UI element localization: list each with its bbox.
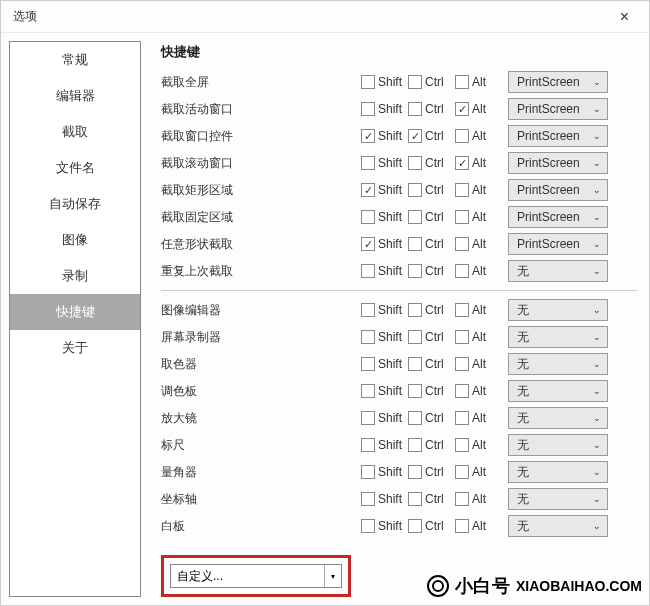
- ctrl-label: Ctrl: [425, 411, 449, 425]
- key-select[interactable]: PrintScreen⌄: [508, 98, 608, 120]
- shift-checkbox[interactable]: [361, 465, 375, 479]
- shift-checkbox[interactable]: [361, 357, 375, 371]
- shift-checkbox[interactable]: [361, 237, 375, 251]
- ctrl-checkbox[interactable]: [408, 210, 422, 224]
- shift-checkbox[interactable]: [361, 210, 375, 224]
- sidebar-item[interactable]: 录制: [10, 258, 140, 294]
- shift-modifier: Shift: [361, 411, 402, 425]
- key-select[interactable]: 无⌄: [508, 353, 608, 375]
- alt-checkbox[interactable]: [455, 330, 469, 344]
- sidebar-item[interactable]: 文件名: [10, 150, 140, 186]
- close-icon[interactable]: ×: [612, 8, 637, 26]
- key-select[interactable]: 无⌄: [508, 260, 608, 282]
- shift-checkbox[interactable]: [361, 75, 375, 89]
- alt-checkbox[interactable]: [455, 210, 469, 224]
- sidebar-item[interactable]: 图像: [10, 222, 140, 258]
- shift-checkbox[interactable]: [361, 411, 375, 425]
- sidebar-item[interactable]: 自动保存: [10, 186, 140, 222]
- shift-checkbox[interactable]: [361, 129, 375, 143]
- custom-highlight-box: 自定义... ▾: [161, 555, 351, 597]
- key-select[interactable]: 无⌄: [508, 299, 608, 321]
- modifier-group: ShiftCtrlAlt: [361, 357, 500, 371]
- ctrl-checkbox[interactable]: [408, 492, 422, 506]
- alt-checkbox[interactable]: [455, 75, 469, 89]
- ctrl-checkbox[interactable]: [408, 438, 422, 452]
- shift-label: Shift: [378, 237, 402, 251]
- ctrl-checkbox[interactable]: [408, 237, 422, 251]
- alt-checkbox[interactable]: [455, 519, 469, 533]
- key-select[interactable]: 无⌄: [508, 407, 608, 429]
- shift-checkbox[interactable]: [361, 183, 375, 197]
- ctrl-label: Ctrl: [425, 264, 449, 278]
- shortcut-row: 标尺ShiftCtrlAlt无⌄: [161, 434, 637, 456]
- alt-label: Alt: [472, 492, 496, 506]
- shift-label: Shift: [378, 264, 402, 278]
- sidebar-item[interactable]: 编辑器: [10, 78, 140, 114]
- key-select[interactable]: PrintScreen⌄: [508, 71, 608, 93]
- key-select[interactable]: 无⌄: [508, 434, 608, 456]
- ctrl-modifier: Ctrl: [408, 303, 449, 317]
- alt-checkbox[interactable]: [455, 264, 469, 278]
- key-select[interactable]: 无⌄: [508, 461, 608, 483]
- alt-label: Alt: [472, 156, 496, 170]
- modifier-group: ShiftCtrlAlt: [361, 465, 500, 479]
- key-select[interactable]: PrintScreen⌄: [508, 179, 608, 201]
- ctrl-checkbox[interactable]: [408, 303, 422, 317]
- ctrl-checkbox[interactable]: [408, 465, 422, 479]
- alt-checkbox[interactable]: [455, 465, 469, 479]
- ctrl-checkbox[interactable]: [408, 411, 422, 425]
- key-select[interactable]: PrintScreen⌄: [508, 233, 608, 255]
- ctrl-checkbox[interactable]: [408, 75, 422, 89]
- alt-checkbox[interactable]: [455, 411, 469, 425]
- alt-checkbox[interactable]: [455, 438, 469, 452]
- sidebar-item[interactable]: 快捷键: [10, 294, 140, 330]
- key-select[interactable]: 无⌄: [508, 515, 608, 537]
- modifier-group: ShiftCtrlAlt: [361, 75, 500, 89]
- shift-checkbox[interactable]: [361, 303, 375, 317]
- ctrl-checkbox[interactable]: [408, 264, 422, 278]
- sidebar-item[interactable]: 常规: [10, 42, 140, 78]
- shift-checkbox[interactable]: [361, 102, 375, 116]
- key-select[interactable]: 无⌄: [508, 326, 608, 348]
- shift-checkbox[interactable]: [361, 492, 375, 506]
- ctrl-checkbox[interactable]: [408, 129, 422, 143]
- key-value: PrintScreen: [517, 75, 580, 89]
- ctrl-checkbox[interactable]: [408, 183, 422, 197]
- alt-checkbox[interactable]: [455, 384, 469, 398]
- key-select[interactable]: 无⌄: [508, 380, 608, 402]
- ctrl-checkbox[interactable]: [408, 102, 422, 116]
- ctrl-label: Ctrl: [425, 237, 449, 251]
- shift-checkbox[interactable]: [361, 519, 375, 533]
- shift-checkbox[interactable]: [361, 330, 375, 344]
- alt-checkbox[interactable]: [455, 357, 469, 371]
- ctrl-checkbox[interactable]: [408, 156, 422, 170]
- ctrl-checkbox[interactable]: [408, 384, 422, 398]
- key-select[interactable]: PrintScreen⌄: [508, 152, 608, 174]
- shift-checkbox[interactable]: [361, 156, 375, 170]
- shift-checkbox[interactable]: [361, 438, 375, 452]
- shortcut-row: 截取全屏ShiftCtrlAltPrintScreen⌄: [161, 71, 637, 93]
- ctrl-checkbox[interactable]: [408, 330, 422, 344]
- shift-checkbox[interactable]: [361, 264, 375, 278]
- key-select[interactable]: PrintScreen⌄: [508, 125, 608, 147]
- custom-dropdown[interactable]: 自定义... ▾: [170, 564, 342, 588]
- key-select[interactable]: PrintScreen⌄: [508, 206, 608, 228]
- shift-modifier: Shift: [361, 492, 402, 506]
- key-select[interactable]: 无⌄: [508, 488, 608, 510]
- key-value: 无: [517, 383, 529, 400]
- alt-checkbox[interactable]: [455, 303, 469, 317]
- alt-checkbox[interactable]: [455, 102, 469, 116]
- alt-checkbox[interactable]: [455, 156, 469, 170]
- alt-checkbox[interactable]: [455, 129, 469, 143]
- sidebar-item[interactable]: 关于: [10, 330, 140, 366]
- ctrl-checkbox[interactable]: [408, 357, 422, 371]
- sidebar-item[interactable]: 截取: [10, 114, 140, 150]
- shift-checkbox[interactable]: [361, 384, 375, 398]
- alt-checkbox[interactable]: [455, 492, 469, 506]
- ctrl-checkbox[interactable]: [408, 519, 422, 533]
- alt-modifier: Alt: [455, 384, 496, 398]
- alt-checkbox[interactable]: [455, 183, 469, 197]
- alt-checkbox[interactable]: [455, 237, 469, 251]
- shortcut-row: 截取活动窗口ShiftCtrlAltPrintScreen⌄: [161, 98, 637, 120]
- sidebar: 常规编辑器截取文件名自动保存图像录制快捷键关于: [9, 41, 141, 597]
